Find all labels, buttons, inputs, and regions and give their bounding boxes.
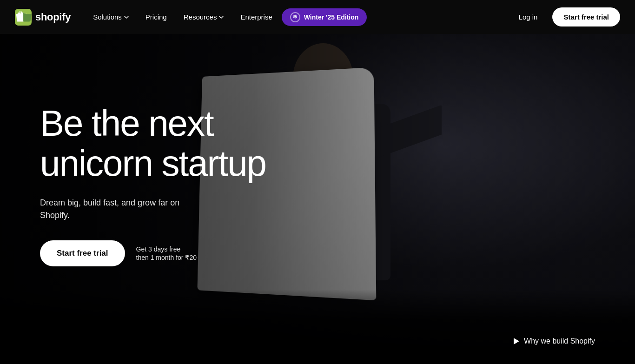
- hero-cta-row: Start free trial Get 3 days free then 1 …: [40, 240, 595, 266]
- winter-edition-badge[interactable]: ❄ Winter '25 Edition: [282, 8, 367, 26]
- play-icon: [514, 338, 519, 344]
- nav-right-actions: Log in Start free trial: [511, 7, 620, 26]
- shopify-bag-icon: [15, 9, 32, 26]
- hero-subtext: Dream big, build fast, and grow far on S…: [40, 197, 198, 222]
- trial-info-line1: Get 3 days free: [136, 245, 197, 253]
- trial-info-line2: then 1 month for ₹20: [136, 254, 197, 261]
- logo-text: shopify: [35, 11, 71, 23]
- hero-trial-button[interactable]: Start free trial: [40, 240, 125, 266]
- why-we-build-link[interactable]: Why we build Shopify: [514, 337, 595, 345]
- shopify-logo[interactable]: shopify: [15, 9, 71, 26]
- nav-links: Solutions Pricing Resources Enterprise ❄…: [86, 8, 511, 26]
- nav-resources[interactable]: Resources: [176, 9, 232, 25]
- nav-enterprise[interactable]: Enterprise: [233, 9, 279, 25]
- chevron-down-icon: [219, 16, 224, 19]
- nav-solutions[interactable]: Solutions: [86, 9, 136, 25]
- login-button[interactable]: Log in: [511, 9, 545, 25]
- chevron-down-icon: [124, 16, 129, 19]
- winter-badge-icon: ❄: [290, 12, 300, 22]
- hero-content: Be the next unicorn startup Dream big, b…: [0, 34, 635, 364]
- hero-headline: Be the next unicorn startup: [40, 104, 365, 184]
- hero-section: shopify Solutions Pricing Resources Ente…: [0, 0, 635, 364]
- nav-trial-button[interactable]: Start free trial: [552, 7, 620, 26]
- nav-pricing[interactable]: Pricing: [138, 9, 174, 25]
- navbar: shopify Solutions Pricing Resources Ente…: [0, 0, 635, 34]
- trial-info: Get 3 days free then 1 month for ₹20: [136, 245, 197, 261]
